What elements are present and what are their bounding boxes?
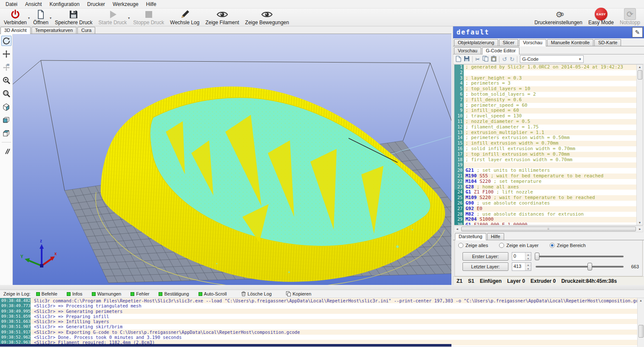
clear-log-button[interactable]: Lösche Log [238, 291, 275, 297]
connect-button[interactable]: Verbinden [1, 9, 30, 26]
last-layer-button[interactable]: Letzter Layer: [462, 262, 508, 271]
parallel-projection-button[interactable] [1, 146, 11, 156]
log-vertical-scrollbar[interactable]: ▲ [637, 298, 644, 347]
redo-icon[interactable]: ↻ [510, 56, 515, 63]
cut-icon[interactable]: ✂ [475, 56, 480, 63]
radio-zeige-alles[interactable]: Zeige alles [458, 243, 488, 248]
open-dropdown-arrow[interactable]: ▾ [50, 16, 51, 20]
fit-printer-button[interactable] [1, 88, 11, 99]
connect-dropdown-arrow[interactable]: ▾ [28, 16, 30, 20]
spinner-arrows[interactable]: ▲▼ [525, 263, 531, 270]
log-splitter[interactable] [0, 285, 644, 290]
start-print-dropdown-arrow[interactable]: ▾ [128, 16, 130, 20]
emergency-stop-button[interactable]: ⟳ Notstopp [617, 9, 643, 26]
menu-datei[interactable]: Datei [2, 0, 21, 8]
first-layer-button[interactable]: Erster Layer: [462, 252, 508, 261]
gcode-lines[interactable]: 1; generated by Slic3r 1.0.0RC2 on 2014-… [454, 65, 636, 225]
subtab-gcode-editor[interactable]: G-Code Editor [482, 47, 519, 54]
log-scroll-thumb[interactable] [638, 325, 644, 338]
move-view-button[interactable] [1, 49, 11, 59]
top-view-button[interactable] [1, 128, 11, 138]
toggle-warnungen[interactable]: Warnungen [88, 291, 125, 297]
line-number: 19 [454, 162, 464, 168]
tab-manuelle-kontrolle[interactable]: Manuelle Kontrolle [547, 39, 593, 46]
show-travel-button[interactable]: Zeige Bewegungen [242, 9, 292, 26]
tab-vorschau[interactable]: Vorschau [519, 39, 546, 46]
tab-sd-karte[interactable]: SD-Karte [594, 39, 621, 46]
undo-icon[interactable]: ↺ [502, 56, 507, 63]
copy-icon[interactable] [482, 56, 488, 63]
scroll-up-icon[interactable]: ▲ [638, 65, 641, 69]
editor-vertical-scrollbar[interactable]: ▲ ▼ [636, 65, 643, 225]
scroll-up-icon[interactable]: ▲ [639, 298, 642, 303]
tab-darstellung[interactable]: Darstellung [455, 233, 486, 240]
svg-text:x: x [54, 251, 57, 256]
save-file-icon[interactable] [464, 56, 470, 63]
front-view-button[interactable] [1, 115, 11, 125]
log-row[interactable]: 09:38:51.059<Slic3r> => Preparing infill [0, 314, 644, 319]
subtab-vorschau[interactable]: Vorschau [454, 47, 481, 54]
gcode-line[interactable]: 1; generated by Slic3r 1.0.0RC2 on 2014-… [454, 65, 636, 70]
printer-settings-button[interactable]: ⚙⚙ Druckereinstellungen [531, 9, 585, 26]
menu-drucker[interactable]: Drucker [83, 0, 109, 8]
show-filament-button[interactable]: Zeige Filament [202, 9, 242, 26]
3d-viewport[interactable]: Y z x [13, 34, 451, 285]
radio-zeige-ein-layer[interactable]: Zeige ein Layer [499, 243, 539, 248]
zoom-button[interactable] [1, 75, 11, 85]
new-file-icon[interactable] [456, 56, 461, 63]
easy-mode-button[interactable]: EASY Easy Mode [585, 9, 617, 26]
save-print-button[interactable]: Speichere Druck [52, 9, 96, 26]
tab-hilfe[interactable]: Hilfe [487, 233, 504, 240]
stop-print-button[interactable]: Stoppe Druck [130, 9, 167, 26]
edit-printer-button[interactable]: ✎ [632, 27, 643, 37]
tab-objektplatzierung[interactable]: Objektplatzierung [454, 39, 498, 46]
printer-panel: default ✎ Objektplatzierung Slicer Vorsc… [453, 26, 644, 285]
last-layer-spinner[interactable]: 413 ▲▼ [512, 262, 531, 271]
spinner-arrows[interactable]: ▲▼ [525, 253, 531, 260]
paste-icon[interactable] [491, 56, 496, 63]
log-row[interactable]: 09:38:52.962<Slic3r> Done. Process took … [0, 335, 644, 340]
gcode-type-dropdown[interactable]: G-Code ▼ [520, 55, 584, 63]
scroll-left-icon[interactable]: ◄ [454, 228, 460, 230]
toggle-befehle[interactable]: Befehle [32, 291, 61, 297]
start-print-button[interactable]: Starte Druck [96, 9, 130, 26]
tab-slicer[interactable]: Slicer [499, 39, 519, 46]
toggle-infos[interactable]: Infos [63, 291, 86, 297]
rotate-view-button[interactable] [1, 36, 11, 46]
eye-icon [261, 9, 273, 20]
log-row[interactable]: 09:38:49.995<Slic3r> => Generating perim… [0, 309, 644, 314]
menu-ansicht[interactable]: Ansicht [21, 0, 45, 8]
log-row[interactable]: 09:38:51.907<Slic3r> => Generating skirt… [0, 324, 644, 329]
radio-zeige-bereich[interactable]: Zeige Bereich [550, 243, 586, 248]
log-row[interactable]: 09:38:49.773<Slic3r> => Processing trian… [0, 303, 644, 308]
toggle-bestaetigung[interactable]: Bestätigung [155, 291, 193, 297]
first-layer-spinner[interactable]: 0 ▲▼ [512, 252, 531, 261]
editor-hscroll-thumb[interactable]: ≡ [461, 227, 636, 231]
tab-cura[interactable]: Cura [77, 27, 95, 34]
first-layer-slider[interactable] [535, 252, 624, 261]
gcode-line[interactable]: 18; first layer extrusion width = 0.70mm [454, 157, 636, 163]
menu-werkzeuge[interactable]: Werkzeuge [109, 0, 142, 8]
gcode-line[interactable]: 30G1 F1800.000 E-1.00000 [454, 222, 636, 225]
editor-scroll-thumb[interactable] [638, 70, 642, 80]
log-row[interactable]: 09:38:51.663<Slic3r> => Infilling layers [0, 319, 644, 324]
log-body[interactable]: 09:38:48.482Slic3r command:C:\Program Fi… [0, 298, 644, 347]
move-object-button[interactable] [1, 62, 11, 72]
toggle-log-button[interactable]: Wechsle Log [167, 9, 202, 26]
editor-horizontal-scrollbar[interactable]: ◄ ≡ ► [454, 226, 643, 232]
tab-3d-ansicht[interactable]: 3D Ansicht [0, 27, 31, 34]
log-row[interactable]: 09:38:48.482Slic3r command:C:\Program Fi… [0, 298, 644, 303]
scroll-down-icon[interactable]: ▼ [638, 220, 641, 225]
isometric-view-button[interactable] [1, 102, 11, 112]
copy-log-button[interactable]: Kopieren [283, 291, 315, 297]
toggle-fehler[interactable]: Fehler [127, 291, 153, 297]
log-selected-row[interactable] [0, 344, 451, 347]
open-button[interactable]: Öffnen [30, 9, 51, 26]
menu-hilfe[interactable]: Hilfe [142, 0, 160, 8]
last-layer-slider[interactable] [535, 262, 624, 271]
toggle-auto-scroll[interactable]: Auto-Scroll [195, 291, 231, 297]
log-row[interactable]: 09:38:51.917<Slic3r> => Exporting G-code… [0, 330, 644, 335]
scroll-right-icon[interactable]: ► [637, 228, 643, 230]
tab-temperaturkurven[interactable]: Temperaturkurven [31, 27, 77, 34]
menu-konfiguration[interactable]: Konfiguration [45, 0, 83, 8]
